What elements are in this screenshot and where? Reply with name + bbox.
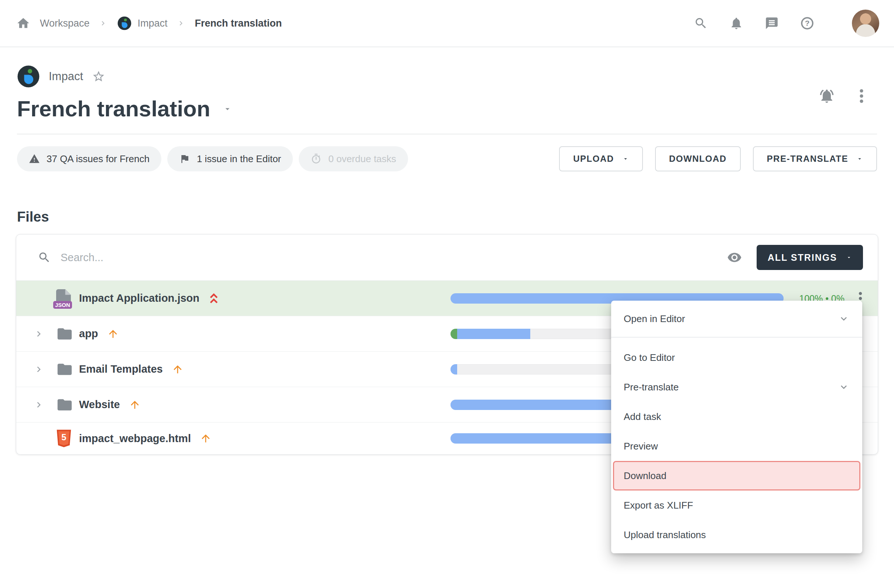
folder-icon (56, 325, 73, 342)
search-input[interactable] (60, 251, 727, 264)
messages-icon[interactable] (765, 16, 779, 30)
priority-high-icon (129, 399, 141, 411)
search-icon (38, 251, 51, 264)
menu-item-open-in-editor[interactable]: Open in Editor (611, 301, 862, 337)
project-logo-icon (17, 65, 40, 88)
star-icon[interactable] (92, 70, 105, 83)
file-name[interactable]: impact_webpage.html (79, 432, 191, 445)
breadcrumb-project[interactable]: Impact (117, 16, 168, 31)
file-type-icon-slot: JSON 5 (56, 396, 79, 413)
menu-item-upload-translations[interactable]: Upload translations (611, 520, 862, 550)
flag-icon (179, 153, 190, 164)
upload-button[interactable]: UPLOAD (559, 146, 643, 171)
project-header: Impact French translation (0, 65, 894, 121)
download-button[interactable]: DOWNLOAD (655, 146, 741, 171)
priority-highest-icon (208, 292, 219, 305)
file-context-menu: Open in Editor Go to Editor Pre-translat… (611, 301, 862, 553)
status-row: 37 QA issues for French 1 issue in the E… (0, 146, 894, 171)
file-type-icon-slot: JSON 5 (56, 429, 79, 447)
help-icon[interactable]: ? (800, 16, 814, 30)
pre-translate-label: PRE-TRANSLATE (767, 154, 848, 164)
breadcrumb-project-label: Impact (138, 18, 168, 29)
json-file-icon: JSON (56, 289, 72, 308)
strings-filter-label: ALL STRINGS (768, 252, 837, 263)
chevron-down-icon (856, 156, 863, 162)
expand-chevron-icon[interactable] (33, 328, 56, 339)
priority-high-icon (107, 328, 119, 340)
progress-segment-approved (450, 329, 457, 339)
search-icon[interactable] (694, 16, 708, 30)
home-icon[interactable] (16, 16, 30, 30)
visibility-icon[interactable] (727, 250, 742, 265)
breadcrumb-current: French translation (195, 18, 282, 29)
top-nav-actions: ? (694, 10, 879, 37)
user-avatar[interactable] (852, 10, 879, 37)
priority-high-icon (172, 363, 184, 375)
file-type-icon-slot: JSON 5 (56, 361, 79, 378)
qa-issues-badge[interactable]: 37 QA issues for French (17, 146, 162, 171)
menu-item-label: Preview (624, 441, 658, 452)
chevron-down-icon (838, 313, 850, 325)
top-nav: Workspace Impact French translation ? (0, 0, 894, 47)
html-badge-glyph: 5 (56, 432, 72, 443)
file-name[interactable]: Impact Application.json (79, 292, 199, 304)
menu-item-preview[interactable]: Preview (611, 431, 862, 461)
chevron-down-icon (622, 156, 629, 162)
stopwatch-icon (311, 153, 322, 164)
menu-item-label: Open in Editor (624, 313, 685, 325)
download-label: DOWNLOAD (669, 154, 727, 164)
pre-translate-button[interactable]: PRE-TRANSLATE (753, 146, 877, 171)
file-type-icon-slot: JSON 5 (56, 325, 79, 342)
menu-item-export-as-xliff[interactable]: Export as XLIFF (611, 490, 862, 520)
overdue-tasks-badge: 0 overdue tasks (299, 146, 408, 171)
page: Workspace Impact French translation ? Im… (0, 0, 894, 588)
menu-item-label: Pre-translate (624, 381, 679, 393)
chevron-down-icon (846, 254, 852, 260)
strings-filter-button[interactable]: ALL STRINGS (757, 245, 863, 270)
expand-chevron-icon[interactable] (33, 293, 56, 304)
progress-segment-translated (450, 364, 457, 375)
title-dropdown-icon[interactable] (223, 104, 232, 114)
html-file-icon: 5 (56, 429, 72, 447)
chevron-down-icon (838, 381, 850, 393)
json-badge-label: JSON (53, 301, 72, 309)
file-name[interactable]: Email Templates (79, 363, 163, 375)
priority-high-icon (200, 432, 211, 444)
menu-item-label: Export as XLIFF (624, 500, 693, 511)
warning-icon (29, 153, 40, 164)
file-name[interactable]: Website (79, 399, 120, 411)
breadcrumb-workspace[interactable]: Workspace (40, 18, 90, 29)
menu-item-label: Download (624, 470, 666, 482)
chevron-right-icon (98, 19, 107, 28)
chevron-right-icon (177, 19, 185, 28)
project-logo-icon (117, 16, 132, 31)
expand-chevron-icon[interactable] (33, 433, 56, 444)
svg-text:?: ? (805, 19, 810, 27)
overdue-tasks-label: 0 overdue tasks (328, 153, 396, 165)
notifications-icon[interactable] (729, 16, 743, 30)
project-notifications-icon[interactable] (818, 88, 835, 104)
menu-item-label: Go to Editor (624, 352, 675, 363)
menu-item-go-to-editor[interactable]: Go to Editor (611, 343, 862, 372)
menu-item-pre-translate[interactable]: Pre-translate (611, 372, 862, 402)
progress-segment-translated (457, 329, 530, 339)
file-type-icon-slot: JSON 5 (56, 289, 79, 308)
expand-chevron-icon[interactable] (33, 399, 56, 410)
project-menu-icon[interactable] (859, 88, 864, 104)
editor-issues-badge[interactable]: 1 issue in the Editor (167, 146, 293, 171)
files-heading: Files (17, 208, 894, 225)
divider (17, 134, 877, 135)
folder-icon (56, 361, 73, 378)
expand-chevron-icon[interactable] (33, 364, 56, 375)
menu-item-add-task[interactable]: Add task (611, 402, 862, 431)
project-name: Impact (49, 70, 83, 83)
menu-group: Go to Editor Pre-translate Add task Prev… (611, 337, 862, 553)
page-title: French translation (17, 97, 210, 121)
folder-icon (56, 396, 73, 413)
editor-issues-label: 1 issue in the Editor (197, 153, 281, 165)
menu-item-download[interactable]: Download (613, 461, 861, 490)
upload-label: UPLOAD (573, 154, 614, 164)
menu-item-label: Upload translations (624, 529, 706, 541)
file-name[interactable]: app (79, 328, 98, 340)
menu-item-label: Add task (624, 411, 661, 423)
